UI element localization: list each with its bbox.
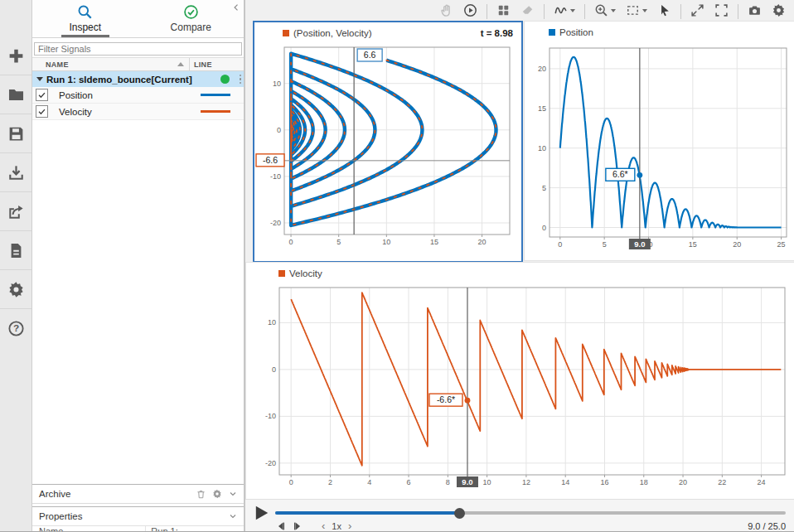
position-plot-canvas[interactable]: 0510152025051015206.6*9.0: [525, 43, 793, 259]
dropdown-caret-icon[interactable]: [570, 9, 575, 12]
snapshot-camera-button[interactable]: [744, 1, 765, 22]
position-checkbox[interactable]: [36, 89, 48, 101]
import-button[interactable]: [0, 153, 31, 192]
velocity-checkbox[interactable]: [36, 105, 48, 118]
column-line[interactable]: LINE: [190, 60, 244, 69]
step-back-button[interactable]: [275, 520, 287, 532]
play-button[interactable]: [252, 504, 270, 522]
fullscreen-button[interactable]: [711, 1, 732, 22]
svg-text:4: 4: [367, 478, 371, 486]
pan-button[interactable]: [436, 1, 457, 22]
svg-text:0: 0: [542, 224, 546, 232]
xy-plot-header: (Position, Velocity) t = 8.98: [254, 22, 521, 44]
save-button[interactable]: [0, 114, 31, 153]
svg-text:-10: -10: [265, 412, 276, 420]
svg-text:-20: -20: [265, 459, 276, 467]
check-icon: [37, 90, 46, 99]
archive-section-header[interactable]: Archive: [32, 484, 244, 504]
open-folder-button[interactable]: [0, 75, 31, 114]
svg-text:2: 2: [328, 478, 332, 486]
properties-section-header[interactable]: Properties: [32, 506, 244, 526]
help-button[interactable]: [0, 309, 31, 347]
svg-text:10: 10: [382, 238, 390, 246]
signal-row-position[interactable]: Position: [32, 87, 244, 104]
time-display: 9.0 / 25.0: [748, 521, 786, 531]
trash-icon[interactable]: [196, 489, 206, 500]
xy-legend-label[interactable]: (Position, Velocity): [293, 28, 372, 38]
eraser-button[interactable]: [517, 1, 538, 22]
archive-label: Archive: [39, 489, 196, 499]
position-legend-swatch: [549, 29, 555, 36]
step-forward-button[interactable]: [292, 520, 303, 532]
velocity-line-swatch[interactable]: [201, 110, 230, 113]
run-expand-caret-icon[interactable]: [36, 77, 43, 81]
svg-text:10: 10: [268, 318, 276, 326]
position-line-swatch[interactable]: [201, 94, 230, 96]
zoom-in-button[interactable]: [591, 1, 619, 22]
column-name[interactable]: NAME: [32, 60, 177, 69]
xy-plot-canvas[interactable]: 05101520-20-100106.6-6.6: [254, 44, 518, 256]
velocity-legend-label[interactable]: Velocity: [289, 268, 322, 278]
svg-text:5: 5: [542, 184, 546, 192]
position-plot-panel[interactable]: Position 0510152025051015206.6*9.0: [524, 21, 794, 261]
speed-label[interactable]: 1x: [332, 521, 341, 531]
xy-legend-swatch: [283, 30, 289, 36]
run-row[interactable]: Run 1: sldemo_bounce[Current]: [32, 71, 244, 87]
sort-asc-icon[interactable]: [177, 62, 184, 66]
svg-text:0: 0: [272, 365, 276, 374]
magnifier-icon: [77, 4, 93, 20]
svg-text:20: 20: [538, 65, 546, 73]
speed-up-button[interactable]: ›: [346, 522, 353, 530]
svg-text:6.6*: 6.6*: [612, 169, 628, 179]
xy-plot-panel[interactable]: (Position, Velocity) t = 8.98 05101520-2…: [253, 21, 523, 263]
expand-button[interactable]: [687, 1, 708, 22]
check-icon: [37, 107, 46, 116]
svg-text:22: 22: [718, 478, 726, 486]
export-button[interactable]: [0, 192, 31, 231]
svg-text:5: 5: [336, 238, 341, 246]
svg-text:-6.6: -6.6: [263, 155, 278, 165]
position-legend-label[interactable]: Position: [559, 27, 593, 37]
velocity-plot-canvas[interactable]: 024681012141618202224-20-10010-6.6*9.0: [246, 284, 793, 498]
layout-button[interactable]: [493, 1, 514, 22]
svg-text:14: 14: [561, 478, 569, 486]
chevron-down-icon[interactable]: [228, 489, 238, 499]
plot-settings-gear-button[interactable]: [768, 1, 789, 22]
playback-bar: ‹ 1x › 9.0 / 25.0: [245, 499, 794, 532]
velocity-plot-panel[interactable]: Velocity 024681012141618202224-20-10010-…: [245, 262, 794, 501]
svg-text:10: 10: [538, 144, 546, 152]
svg-text:0: 0: [558, 240, 562, 249]
archive-settings-gear-icon[interactable]: [212, 489, 222, 499]
dropdown-caret-icon[interactable]: [611, 9, 616, 12]
cursor-arrow-button[interactable]: [654, 1, 675, 22]
collapse-panel-icon[interactable]: [231, 2, 241, 12]
preferences-button[interactable]: [0, 270, 31, 309]
add-button[interactable]: [0, 36, 31, 75]
tab-inspect[interactable]: Inspect: [32, 0, 138, 37]
signal-trace-button[interactable]: [550, 1, 579, 22]
svg-text:20: 20: [478, 238, 487, 246]
signal-row-velocity[interactable]: Velocity: [32, 104, 244, 120]
signal-browser-panel: Inspect Compare NAME LINE Run 1: sldemo_…: [32, 0, 245, 532]
position-plot-header: Position: [525, 22, 794, 43]
run-label: Run 1: sldemo_bounce[Current]: [46, 75, 192, 85]
signal-label: Position: [59, 90, 93, 100]
svg-text:-10: -10: [270, 172, 281, 181]
filter-signals-input[interactable]: [34, 42, 242, 56]
timeline-slider[interactable]: [275, 511, 786, 515]
replay-button[interactable]: [460, 1, 481, 22]
report-button[interactable]: [0, 231, 31, 270]
tab-compare[interactable]: Compare: [138, 0, 244, 37]
run-menu-kebab-icon[interactable]: [240, 75, 242, 85]
signal-table-header: NAME LINE: [32, 58, 244, 71]
speed-down-button[interactable]: ‹: [320, 522, 327, 530]
svg-text:9.0: 9.0: [462, 477, 472, 486]
dropdown-caret-icon[interactable]: [642, 9, 647, 12]
chevron-down-icon[interactable]: [228, 511, 238, 521]
svg-text:16: 16: [600, 478, 608, 486]
run-status-dot: [220, 75, 230, 84]
timeline-progress: [275, 511, 459, 515]
fit-to-view-button[interactable]: [622, 1, 651, 22]
svg-text:15: 15: [430, 238, 438, 246]
timeline-handle[interactable]: [454, 508, 465, 519]
